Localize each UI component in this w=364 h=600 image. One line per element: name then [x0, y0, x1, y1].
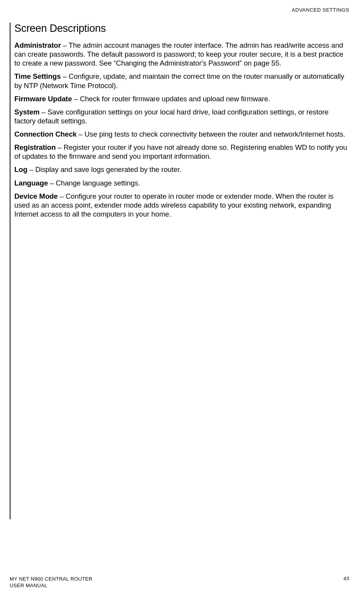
- desc-text: – Configure your router to operate in ro…: [14, 192, 333, 218]
- desc-term: Registration: [14, 143, 56, 151]
- footer-product-line2: USER MANUAL: [10, 582, 92, 589]
- vertical-rule: [10, 23, 10, 519]
- header-section-label: ADVANCED SETTINGS: [292, 7, 349, 13]
- desc-text: – Check for router firmware updates and …: [72, 95, 270, 103]
- desc-term: Administrator: [14, 41, 61, 49]
- desc-item: Administrator – The admin account manage…: [14, 41, 348, 68]
- desc-text: – Change language settings.: [48, 179, 140, 187]
- desc-item: Time Settings – Configure, update, and m…: [14, 72, 348, 90]
- desc-term: Log: [14, 165, 28, 173]
- desc-term: Language: [14, 179, 48, 187]
- page-content: Screen Descriptions Administrator – The …: [14, 23, 348, 223]
- footer-product: MY NET N900 CENTRAL ROUTER USER MANUAL: [10, 576, 92, 589]
- desc-term: Connection Check: [14, 130, 77, 138]
- desc-text: – Configure, update, and maintain the co…: [14, 72, 344, 89]
- desc-term: Time Settings: [14, 72, 61, 80]
- desc-item: Connection Check – Use ping tests to che…: [14, 130, 348, 139]
- desc-item: Language – Change language settings.: [14, 179, 348, 187]
- page-footer: MY NET N900 CENTRAL ROUTER USER MANUAL 4…: [10, 576, 349, 589]
- desc-item: Registration – Register your router if y…: [14, 143, 348, 161]
- desc-term: Device Mode: [14, 192, 58, 200]
- desc-term: Firmware Update: [14, 95, 72, 103]
- desc-text: – The admin account manages the router i…: [14, 41, 343, 67]
- desc-term: System: [14, 108, 40, 116]
- desc-item: Device Mode – Configure your router to o…: [14, 192, 348, 218]
- desc-item: Log – Display and save logs generated by…: [14, 165, 348, 174]
- desc-item: System – Save configuration settings on …: [14, 108, 348, 125]
- desc-text: – Register your router if you have not a…: [14, 143, 347, 160]
- desc-text: – Display and save logs generated by the…: [28, 165, 181, 173]
- desc-text: – Use ping tests to check connectivity b…: [77, 130, 345, 138]
- footer-product-line1: MY NET N900 CENTRAL ROUTER: [10, 576, 92, 583]
- desc-item: Firmware Update – Check for router firmw…: [14, 94, 348, 103]
- page-number: 43: [343, 576, 349, 581]
- page-heading: Screen Descriptions: [14, 23, 348, 35]
- desc-text: – Save configuration settings on your lo…: [14, 108, 328, 125]
